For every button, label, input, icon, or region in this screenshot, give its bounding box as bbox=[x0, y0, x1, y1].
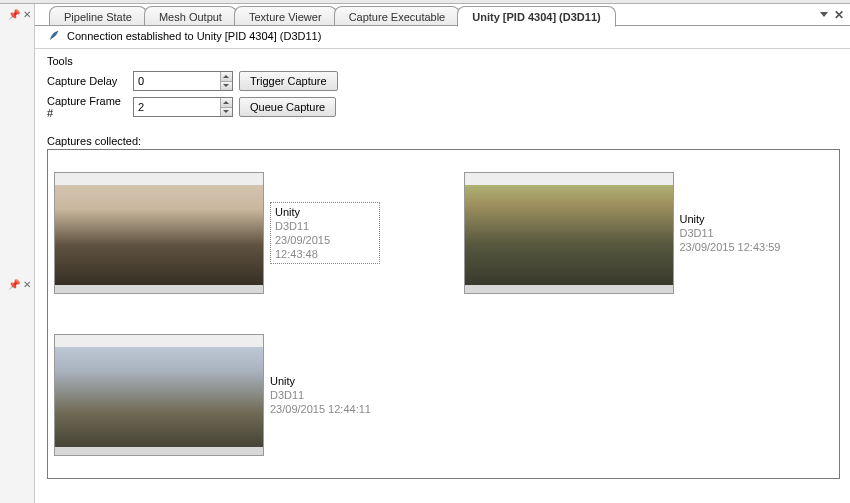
capture-api: D3D11 bbox=[275, 219, 375, 233]
connection-status-text: Connection established to Unity [PID 430… bbox=[67, 30, 321, 42]
feather-icon bbox=[47, 30, 61, 42]
capture-title: Unity bbox=[680, 212, 781, 226]
capture-api: D3D11 bbox=[270, 388, 371, 402]
tab-texture-viewer[interactable]: Texture Viewer bbox=[234, 6, 337, 26]
capture-info: Unity D3D11 23/09/2015 12:44:11 bbox=[270, 374, 371, 416]
pin-icon[interactable]: 📌 bbox=[8, 280, 20, 290]
close-icon[interactable]: ✕ bbox=[23, 10, 31, 20]
tab-capture-executable[interactable]: Capture Executable bbox=[334, 6, 461, 26]
capture-frame-label: Capture Frame # bbox=[47, 95, 127, 119]
stepper-down-icon[interactable] bbox=[221, 81, 232, 91]
capture-delay-input[interactable] bbox=[134, 72, 220, 90]
capture-api: D3D11 bbox=[680, 226, 781, 240]
stepper-up-icon[interactable] bbox=[221, 72, 232, 81]
capture-title: Unity bbox=[270, 374, 371, 388]
capture-timestamp: 23/09/2015 12:43:59 bbox=[680, 240, 781, 254]
capture-title: Unity bbox=[275, 205, 375, 219]
tab-close-icon[interactable]: ✕ bbox=[834, 8, 844, 22]
captures-heading: Captures collected: bbox=[47, 135, 840, 147]
trigger-capture-button[interactable]: Trigger Capture bbox=[239, 71, 338, 91]
stepper-up-icon[interactable] bbox=[221, 98, 232, 107]
capture-frame-stepper[interactable] bbox=[133, 97, 233, 117]
capture-item[interactable]: Unity D3D11 23/09/2015 12:44:11 bbox=[54, 318, 424, 472]
capture-info: Unity D3D11 23/09/2015 12:43:48 bbox=[270, 202, 380, 264]
capture-thumbnail[interactable] bbox=[54, 172, 264, 294]
tab-pipeline-state[interactable]: Pipeline State bbox=[49, 6, 147, 26]
capture-thumbnail[interactable] bbox=[464, 172, 674, 294]
tab-mesh-output[interactable]: Mesh Output bbox=[144, 6, 237, 26]
capture-delay-label: Capture Delay bbox=[47, 75, 127, 87]
queue-capture-button[interactable]: Queue Capture bbox=[239, 97, 336, 117]
close-icon[interactable]: ✕ bbox=[23, 280, 31, 290]
stepper-down-icon[interactable] bbox=[221, 107, 232, 117]
connection-status-row: Connection established to Unity [PID 430… bbox=[35, 26, 850, 49]
tab-overflow-icon[interactable] bbox=[820, 12, 828, 17]
left-dock-gutter: 📌 ✕ 📌 ✕ bbox=[0, 4, 35, 503]
captures-list: Unity D3D11 23/09/2015 12:43:48 Unity D3… bbox=[47, 149, 840, 479]
tools-heading: Tools bbox=[47, 55, 840, 67]
pin-icon[interactable]: 📌 bbox=[8, 10, 20, 20]
capture-item[interactable]: Unity D3D11 23/09/2015 12:43:59 bbox=[464, 156, 834, 310]
capture-delay-stepper[interactable] bbox=[133, 71, 233, 91]
capture-item[interactable]: Unity D3D11 23/09/2015 12:43:48 bbox=[54, 156, 424, 310]
capture-frame-input[interactable] bbox=[134, 98, 220, 116]
capture-info: Unity D3D11 23/09/2015 12:43:59 bbox=[680, 212, 781, 254]
capture-timestamp: 23/09/2015 12:43:48 bbox=[275, 233, 375, 261]
capture-thumbnail[interactable] bbox=[54, 334, 264, 456]
tab-unity-connection[interactable]: Unity [PID 4304] (D3D11) bbox=[457, 6, 615, 27]
tab-strip: Pipeline State Mesh Output Texture Viewe… bbox=[35, 4, 850, 26]
capture-timestamp: 23/09/2015 12:44:11 bbox=[270, 402, 371, 416]
